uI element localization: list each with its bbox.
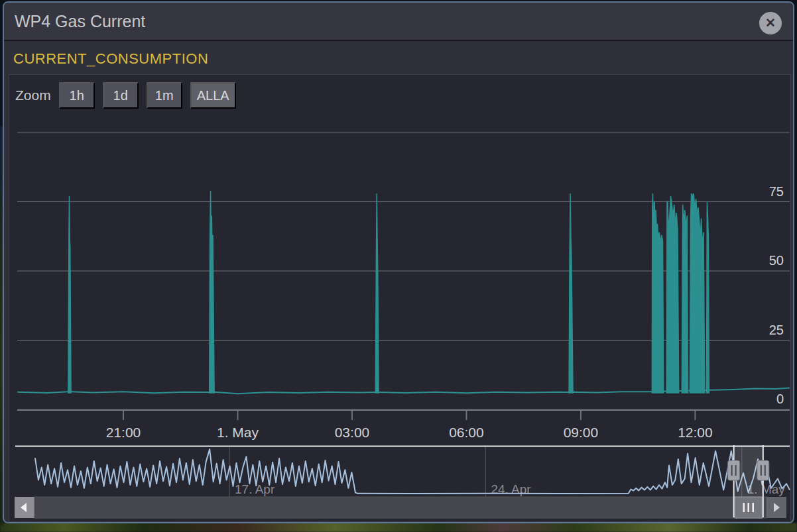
dialog-title: WP4 Gas Current (15, 12, 145, 31)
zoom-button-alla[interactable]: ALLA (190, 82, 236, 109)
x-axis-label: 12:00 (678, 425, 713, 440)
series-spike (666, 196, 678, 393)
zoom-label: Zoom (15, 87, 51, 103)
zoom-button-1h[interactable]: 1h (59, 82, 95, 109)
y-axis-label: 50 (769, 253, 784, 268)
chart-container: Zoom 1h 1d 1m ALLA 025507521:001. May03:… (9, 74, 791, 522)
navigator-left-handle[interactable] (728, 460, 740, 480)
x-axis-label: 03:00 (335, 425, 370, 440)
series-spike (706, 202, 709, 393)
zoom-button-1m[interactable]: 1m (147, 82, 182, 109)
navigator-right-handle[interactable] (757, 460, 769, 480)
series-name-label: CURRENT_CONSUMPTION (13, 50, 208, 68)
series-header-row: CURRENT_CONSUMPTION (4, 41, 793, 74)
y-axis-label: 25 (769, 323, 784, 337)
series-spike (682, 205, 688, 393)
x-axis-label: 1. May (217, 425, 259, 440)
navigator-series (35, 449, 790, 494)
zoom-button-1d[interactable]: 1d (103, 82, 139, 109)
page-background-photo (0, 523, 797, 532)
range-selector: Zoom 1h 1d 1m ALLA (15, 82, 236, 109)
chart-dialog: WP4 Gas Current ✕ CURRENT_CONSUMPTION Zo… (3, 1, 794, 523)
x-axis-label: 21:00 (106, 425, 141, 440)
x-axis-label: 09:00 (564, 425, 599, 440)
dialog-titlebar: WP4 Gas Current ✕ (4, 3, 793, 41)
y-axis-label: 0 (776, 392, 784, 406)
close-icon[interactable]: ✕ (759, 12, 782, 34)
y-axis-label: 75 (769, 184, 784, 199)
scrollbar-track[interactable] (34, 497, 766, 518)
stock-chart: 025507521:001. May03:0006:0009:0012:0017… (9, 75, 790, 521)
x-axis-label: 06:00 (449, 425, 484, 440)
